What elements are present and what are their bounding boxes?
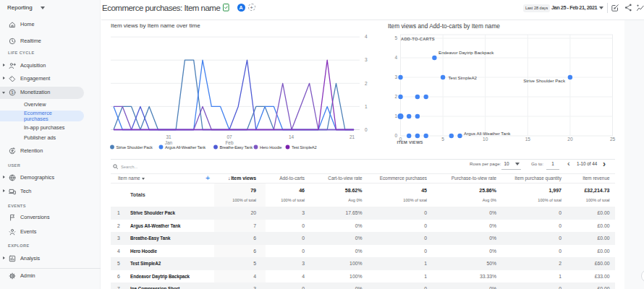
svg-text:14: 14	[289, 134, 295, 139]
svg-text:Hero Hoodie: Hero Hoodie	[260, 145, 281, 150]
svg-text:ADD-TO-CARTS: ADD-TO-CARTS	[401, 37, 435, 41]
svg-text:Test SimpleA2: Test SimpleA2	[292, 145, 316, 150]
svg-text:Breathe-Easy Tank: Breathe-Easy Tank	[220, 145, 253, 150]
svg-text:Argus All-Weather Tank: Argus All-Weather Tank	[165, 145, 206, 150]
svg-text:Endeavor Daytrip Backpack: Endeavor Daytrip Backpack	[438, 50, 494, 55]
svg-text:Feb: Feb	[225, 140, 234, 145]
svg-text:15: 15	[525, 137, 531, 142]
svg-text:31: 31	[166, 134, 171, 139]
svg-text:Jan: Jan	[165, 140, 173, 145]
svg-text:Test SimpleA2: Test SimpleA2	[449, 75, 478, 80]
svg-text:0: 0	[365, 127, 368, 132]
svg-text:21: 21	[349, 134, 355, 139]
svg-text:20: 20	[567, 137, 573, 142]
svg-text:1: 1	[394, 113, 397, 118]
svg-text:0: 0	[394, 133, 397, 138]
svg-text:5: 5	[441, 137, 444, 142]
svg-text:4: 4	[394, 55, 397, 60]
svg-text:4: 4	[365, 34, 368, 39]
svg-text:5: 5	[394, 35, 397, 40]
svg-text:ITEM VIEWS: ITEM VIEWS	[397, 140, 423, 144]
svg-text:1: 1	[365, 104, 368, 109]
svg-text:2: 2	[365, 81, 368, 86]
svg-text:3: 3	[365, 57, 368, 62]
svg-text:10: 10	[483, 137, 488, 142]
svg-text:Strive Shoulder Pack: Strive Shoulder Pack	[116, 145, 153, 150]
svg-text:25: 25	[610, 137, 616, 142]
svg-text:Argus All-Weather Tank: Argus All-Weather Tank	[464, 131, 511, 136]
svg-text:2: 2	[394, 94, 397, 99]
svg-text:07: 07	[226, 134, 232, 139]
svg-text:Strive Shoulder Pack: Strive Shoulder Pack	[523, 78, 566, 83]
svg-text:3: 3	[394, 74, 397, 79]
